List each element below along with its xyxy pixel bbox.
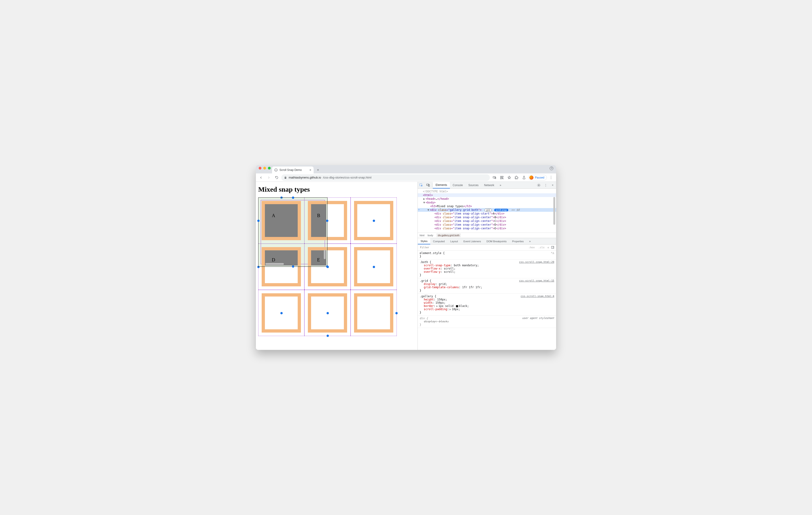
- close-window-button[interactable]: [259, 167, 261, 170]
- scroll-snap-badge[interactable]: scroll-snap: [494, 209, 508, 211]
- dom-child-node[interactable]: <div class="item snap-align-center">D</d…: [418, 223, 556, 227]
- browser-window: Scroll Snap Demo × + mathiasbynens.githu…: [256, 165, 556, 350]
- address-bar[interactable]: mathiasbynens.github.io/css-dbg-stories/…: [281, 174, 490, 181]
- maximize-window-button[interactable]: [268, 167, 271, 170]
- browser-tab[interactable]: Scroll Snap Demo ×: [272, 167, 314, 173]
- tab-layout[interactable]: Layout: [447, 238, 461, 244]
- reload-button[interactable]: [273, 174, 280, 181]
- dom-child-node[interactable]: <div class="item snap-align-center">B</d…: [418, 216, 556, 219]
- dom-breadcrumbs: html body div.gallery.grid.both: [418, 233, 556, 238]
- snap-cell: [304, 290, 351, 336]
- snap-cell: [304, 197, 351, 244]
- url-path: /css-dbg-stories/css-scroll-snap.html: [323, 176, 371, 179]
- svg-rect-4: [500, 178, 502, 179]
- svg-rect-6: [503, 178, 503, 179]
- url-domain: mathiasbynens.github.io: [289, 176, 321, 179]
- rule-gallery: css-scroll-snap.html:4 .gallery { height…: [418, 294, 556, 316]
- svg-point-10: [538, 185, 539, 186]
- tab-styles[interactable]: Styles: [418, 238, 430, 244]
- dom-child-node[interactable]: <div class="item snap-align-center">C</d…: [418, 219, 556, 223]
- browser-menu-icon[interactable]: ⋮: [548, 174, 554, 181]
- tab-strip: Scroll Snap Demo × +: [256, 165, 556, 173]
- tab-dom-breakpoints[interactable]: DOM Breakpoints: [484, 238, 510, 244]
- svg-rect-5: [502, 178, 503, 178]
- styles-rules[interactable]: ᴬA element.style { } css-scroll-snap.htm…: [418, 251, 556, 350]
- new-style-rule-icon[interactable]: +: [547, 246, 549, 250]
- crumb-html[interactable]: html: [419, 234, 425, 237]
- qr-icon[interactable]: [499, 174, 505, 181]
- forward-button[interactable]: [266, 174, 272, 181]
- line-actions-icon[interactable]: ⋯: [418, 208, 419, 211]
- tab-title: Scroll Snap Demo: [280, 168, 302, 172]
- bookmark-star-icon[interactable]: [506, 174, 513, 181]
- paused-label: Paused: [535, 176, 544, 179]
- device-toolbar-icon[interactable]: [491, 174, 498, 181]
- devtools-tabbar: Elements Console Sources Network » ⋮ ×: [418, 182, 556, 189]
- cls-toggle[interactable]: .cls: [538, 246, 546, 249]
- tab-elements[interactable]: Elements: [433, 182, 450, 189]
- rule-both: css-scroll-snap.html:29 .both { scroll-s…: [418, 260, 556, 278]
- back-button[interactable]: [258, 174, 264, 181]
- globe-icon: [274, 168, 278, 172]
- svg-rect-11: [551, 246, 554, 248]
- more-tabs-icon[interactable]: »: [497, 182, 504, 189]
- snap-cell: [351, 244, 397, 290]
- new-tab-button[interactable]: +: [315, 167, 321, 173]
- sidebar-toggle-icon[interactable]: [551, 246, 554, 250]
- window-controls: [258, 167, 272, 172]
- close-devtools-icon[interactable]: ×: [549, 183, 556, 187]
- tab-network[interactable]: Network: [481, 182, 497, 189]
- tab-computed[interactable]: Computed: [430, 238, 447, 244]
- dom-child-node[interactable]: <div class="item snap-align-center">E</d…: [418, 227, 556, 230]
- crumb-body[interactable]: body: [428, 234, 433, 237]
- snap-cell: [304, 244, 351, 290]
- styles-tabbar: Styles Computed Layout Event Listeners D…: [418, 238, 556, 245]
- hov-toggle[interactable]: :hov: [528, 246, 536, 249]
- dom-tree[interactable]: <!DOCTYPE html> <html> ▶<head>…</head> ▼…: [418, 189, 556, 233]
- dom-scrollbar[interactable]: [553, 196, 556, 233]
- snap-overlay-grid: A B D: [258, 197, 415, 336]
- snap-cell: [351, 290, 397, 336]
- devtools-menu-icon[interactable]: ⋮: [542, 183, 549, 187]
- grid-badge[interactable]: grid: [485, 208, 492, 211]
- profile-avatar-icon[interactable]: [550, 167, 553, 170]
- svg-rect-2: [500, 176, 502, 177]
- page-content[interactable]: Mixed snap types: [256, 182, 417, 350]
- devtools-panel: Elements Console Sources Network » ⋮ × <…: [417, 182, 556, 350]
- snap-cell: [258, 197, 304, 244]
- close-tab-icon[interactable]: ×: [310, 168, 311, 172]
- crumb-selected[interactable]: div.gallery.grid.both: [436, 233, 461, 237]
- text-size-icon[interactable]: ᴬA: [551, 252, 554, 255]
- profile-paused-chip[interactable]: Paused: [528, 175, 547, 180]
- tab-console[interactable]: Console: [450, 182, 466, 189]
- minimize-window-button[interactable]: [263, 167, 266, 170]
- rule-grid: css-scroll-snap.html:15 .grid { display:…: [418, 278, 556, 294]
- extensions-icon[interactable]: [513, 174, 520, 181]
- labs-icon[interactable]: [521, 174, 527, 181]
- lock-icon: [284, 176, 287, 179]
- more-styles-tabs-icon[interactable]: »: [527, 238, 533, 244]
- inspect-element-icon[interactable]: [418, 182, 425, 189]
- page-heading: Mixed snap types: [258, 185, 415, 193]
- dom-child-node[interactable]: <div class="item snap-align-start">A</di…: [418, 212, 556, 216]
- toolbar: mathiasbynens.github.io/css-dbg-stories/…: [256, 173, 556, 182]
- tab-properties[interactable]: Properties: [509, 238, 526, 244]
- profile-picture-icon: [529, 175, 533, 180]
- rule-user-agent: user agent stylesheet div { display: blo…: [418, 316, 556, 328]
- snap-cell: [351, 197, 397, 244]
- rule-element-style: ᴬA element.style { }: [418, 251, 556, 260]
- snap-cell: [258, 244, 304, 290]
- svg-rect-3: [502, 176, 503, 177]
- device-toggle-icon[interactable]: [425, 182, 432, 189]
- tab-event-listeners[interactable]: Event Listeners: [461, 238, 484, 244]
- snap-cell: [258, 290, 304, 336]
- settings-gear-icon[interactable]: [535, 183, 542, 187]
- styles-filter-bar: :hov .cls +: [418, 245, 556, 251]
- styles-filter-input[interactable]: [419, 246, 526, 249]
- tab-sources[interactable]: Sources: [466, 182, 481, 189]
